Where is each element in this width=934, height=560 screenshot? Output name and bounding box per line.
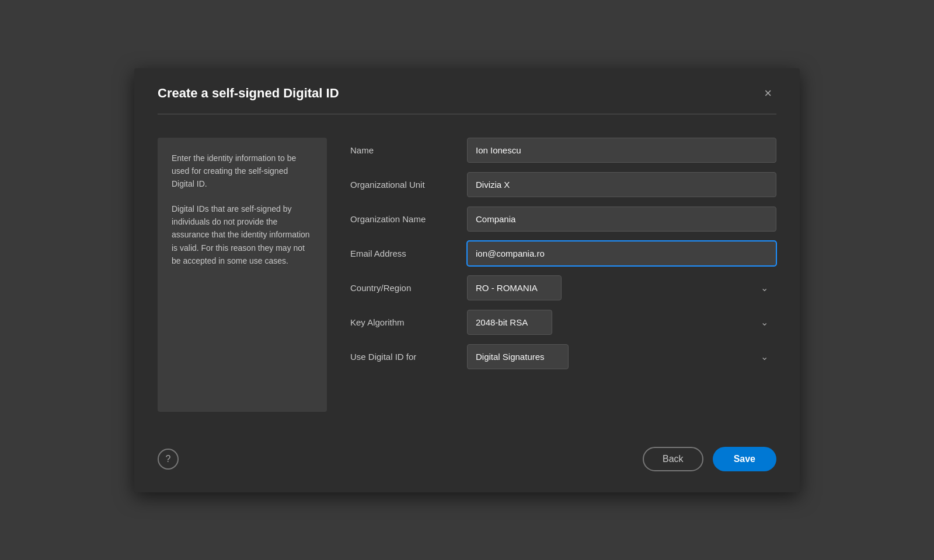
- dialog-header: Create a self-signed Digital ID ×: [134, 68, 800, 114]
- label-name: Name: [350, 145, 467, 155]
- dialog-title: Create a self-signed Digital ID: [158, 86, 339, 101]
- save-button[interactable]: Save: [713, 447, 776, 471]
- select-wrapper-key-algo: 2048-bit RSA ⌄: [467, 310, 776, 335]
- form-row-org-name: Organization Name: [350, 206, 776, 232]
- info-panel: Enter the identity information to be use…: [158, 138, 327, 412]
- label-email: Email Address: [350, 249, 467, 258]
- label-use-for: Use Digital ID for: [350, 352, 467, 362]
- form-row-name: Name: [350, 138, 776, 163]
- footer-actions: Back Save: [643, 447, 776, 471]
- chevron-down-icon: ⌄: [761, 351, 768, 362]
- label-country: Country/Region: [350, 283, 467, 293]
- form-row-country: Country/Region RO - ROMANIA ⌄: [350, 275, 776, 300]
- input-org-name[interactable]: [467, 206, 776, 232]
- dialog-body: Enter the identity information to be use…: [134, 114, 800, 435]
- select-use-for[interactable]: Digital Signatures: [467, 344, 569, 369]
- form-section: Name Organizational Unit Organization Na…: [350, 138, 776, 412]
- input-email[interactable]: [467, 241, 776, 266]
- label-key-algo: Key Algorithm: [350, 317, 467, 327]
- back-button[interactable]: Back: [643, 447, 703, 471]
- select-key-algo[interactable]: 2048-bit RSA: [467, 310, 552, 335]
- form-row-use-for: Use Digital ID for Digital Signatures ⌄: [350, 344, 776, 369]
- select-country[interactable]: RO - ROMANIA: [467, 275, 562, 300]
- select-wrapper-country: RO - ROMANIA ⌄: [467, 275, 776, 300]
- help-button[interactable]: ?: [158, 449, 179, 470]
- select-wrapper-use-for: Digital Signatures ⌄: [467, 344, 776, 369]
- info-text: Enter the identity information to be use…: [172, 152, 313, 268]
- form-row-org-unit: Organizational Unit: [350, 172, 776, 197]
- chevron-down-icon: ⌄: [761, 317, 768, 328]
- label-org-name: Organization Name: [350, 214, 467, 224]
- info-paragraph-1: Enter the identity information to be use…: [172, 152, 313, 191]
- input-org-unit[interactable]: [467, 172, 776, 197]
- label-org-unit: Organizational Unit: [350, 180, 467, 190]
- form-row-key-algo: Key Algorithm 2048-bit RSA ⌄: [350, 310, 776, 335]
- dialog-footer: ? Back Save: [134, 435, 800, 492]
- chevron-down-icon: ⌄: [761, 282, 768, 293]
- close-button[interactable]: ×: [759, 85, 776, 102]
- info-paragraph-2: Digital IDs that are self-signed by indi…: [172, 202, 313, 268]
- create-digital-id-dialog: Create a self-signed Digital ID × Enter …: [134, 68, 800, 492]
- form-row-email: Email Address: [350, 241, 776, 266]
- input-name[interactable]: [467, 138, 776, 163]
